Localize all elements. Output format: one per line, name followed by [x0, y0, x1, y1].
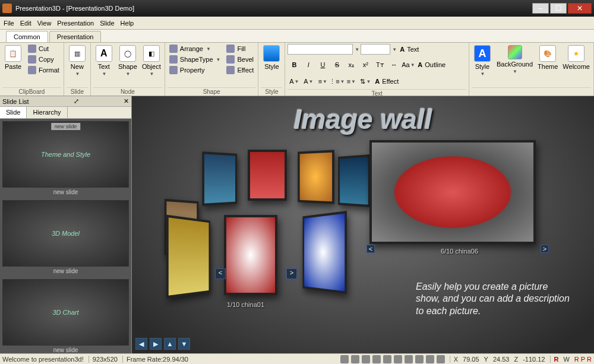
close-panel-icon[interactable]: ✕ [124, 97, 129, 105]
slide-tab[interactable]: Slide [0, 107, 27, 118]
group-clipboard: 📋 Paste Cut Copy Format ClipBoard [0, 43, 64, 96]
shape-icon: ◯ [119, 45, 136, 62]
text-effect-button[interactable]: AEffect [373, 77, 400, 86]
menu-slide[interactable]: Slide [100, 20, 114, 27]
status-tool-icon[interactable] [426, 355, 434, 363]
case-button[interactable]: Aa▼ [402, 58, 415, 71]
slide-thumb[interactable]: new slideTheme and Style new slide [2, 121, 129, 197]
wall-image[interactable] [166, 215, 210, 299]
thumbnail-list[interactable]: new slideTheme and Style new slide 3D Mo… [0, 119, 131, 353]
subscript-button[interactable]: x₂ [345, 58, 358, 71]
smallcaps-button[interactable]: Tᴛ [373, 58, 386, 71]
nav-prev-button[interactable]: ◀ [135, 338, 147, 350]
status-w-icon[interactable]: W [563, 356, 569, 363]
undock-icon[interactable]: ⤢ [74, 97, 79, 105]
nav-down-button[interactable]: ▼ [178, 338, 190, 350]
system-buttons: ‒ ☐ ✕ [531, 3, 592, 14]
slide-thumb[interactable]: 3D Model new slide [2, 200, 129, 276]
font-combo[interactable] [287, 44, 353, 55]
numbering-button[interactable]: ⋮≡▼ [330, 75, 343, 88]
prev-image-button[interactable]: < [215, 268, 226, 279]
strike-button[interactable]: S [330, 58, 343, 71]
status-tool-icon[interactable] [415, 355, 424, 363]
hierarchy-tab[interactable]: Hierarchy [27, 107, 67, 118]
status-tool-icon[interactable] [405, 355, 413, 363]
status-tool-icon[interactable] [394, 355, 402, 363]
format-button[interactable]: Format [26, 65, 61, 75]
bold-button[interactable]: B [287, 58, 301, 71]
background-button[interactable]: BackGround▼ [495, 44, 534, 75]
arrange-button[interactable]: Arrange▼ [168, 44, 223, 53]
menu-help[interactable]: Help [121, 20, 134, 27]
status-tool-icon[interactable] [362, 355, 370, 363]
maximize-button[interactable]: ☐ [550, 3, 567, 14]
paste-button[interactable]: 📋 Paste [2, 44, 24, 71]
align-button[interactable]: ≡▼ [345, 75, 358, 88]
wall-image[interactable] [302, 211, 346, 294]
status-r-icon[interactable]: R [550, 356, 559, 363]
thumb-preview: 3D Chart [2, 279, 129, 346]
wall-image[interactable] [224, 215, 277, 295]
bevel-button[interactable]: Bevel [225, 55, 255, 64]
prev-large-button[interactable]: < [366, 245, 375, 253]
menu-edit[interactable]: Edit [20, 20, 31, 27]
fill-button[interactable]: Fill [225, 44, 255, 53]
property-button[interactable]: Property [168, 65, 223, 75]
wall-image[interactable] [248, 150, 287, 201]
minimize-button[interactable]: ‒ [532, 3, 549, 14]
theme-button[interactable]: 🎨Theme [536, 44, 559, 71]
next-image-button[interactable]: > [286, 268, 297, 279]
new-slide-icon: ▥ [69, 45, 86, 62]
new-slide-button[interactable]: ▥ New▼ [67, 44, 88, 78]
object-button[interactable]: ◧Object▼ [141, 44, 162, 78]
menu-file[interactable]: File [4, 20, 14, 27]
fontcolor-button[interactable]: A▼ [287, 75, 301, 88]
status-y-label: Y [484, 356, 488, 363]
status-rp-icon[interactable]: R P R [574, 356, 592, 363]
property-icon [169, 66, 178, 74]
status-tool-icon[interactable] [383, 355, 391, 363]
shapetype-button[interactable]: ShapeType▼ [168, 55, 223, 64]
preset-style-button[interactable]: AStyle▼ [472, 44, 493, 78]
menu-view[interactable]: View [37, 20, 52, 27]
shape-effect-button[interactable]: Effect [225, 65, 255, 75]
status-tool-icon[interactable] [340, 355, 349, 363]
style-button[interactable]: Style [261, 44, 282, 71]
copy-button[interactable]: Copy [26, 55, 61, 64]
tab-presentation[interactable]: Presentation [49, 31, 102, 42]
linespace-button[interactable]: ⇅▼ [359, 75, 372, 88]
wall-image-large[interactable] [369, 140, 536, 244]
group-style: Style Style [258, 43, 285, 96]
wall-image[interactable] [202, 151, 237, 206]
status-tool-icon[interactable] [437, 355, 445, 363]
size-combo[interactable] [361, 44, 390, 55]
status-tool-icon[interactable] [351, 355, 359, 363]
spacing-button[interactable]: ↔ [387, 58, 400, 71]
text-button[interactable]: AText▼ [93, 44, 115, 78]
italic-button[interactable]: I [302, 58, 315, 71]
canvas[interactable]: Image wall 1/10 china01 6/10 china06 < >… [132, 96, 594, 353]
superscript-button[interactable]: x² [359, 58, 372, 71]
status-z: -110.12 [523, 356, 545, 363]
nav-next-button[interactable]: ▶ [150, 338, 162, 350]
text-style-button[interactable]: AText [398, 45, 421, 53]
highlight-button[interactable]: A▼ [302, 75, 315, 88]
tab-common[interactable]: Common [6, 31, 48, 42]
slide-thumb[interactable]: 3D Chart new slide [2, 279, 129, 353]
status-tool-icon[interactable] [372, 355, 381, 363]
menu-presentation[interactable]: Presentation [57, 20, 94, 27]
wall-image[interactable] [298, 150, 334, 204]
nav-up-button[interactable]: ▲ [164, 338, 176, 350]
next-large-button[interactable]: > [541, 245, 549, 253]
new-slide-label: New [71, 63, 84, 70]
bullets-button[interactable]: ≡▼ [316, 75, 329, 88]
cut-button[interactable]: Cut [26, 44, 61, 53]
close-button[interactable]: ✕ [568, 3, 592, 14]
welcome-button[interactable]: ★Welcome [561, 44, 591, 71]
thumb-label: new slide [2, 346, 129, 353]
wall-image[interactable] [338, 154, 370, 207]
shape-button[interactable]: ◯Shape▼ [117, 44, 138, 78]
group-slide: ▥ New▼ Slide [64, 43, 91, 96]
underline-button[interactable]: U [316, 58, 329, 71]
outline-button[interactable]: AOutline [416, 61, 447, 69]
